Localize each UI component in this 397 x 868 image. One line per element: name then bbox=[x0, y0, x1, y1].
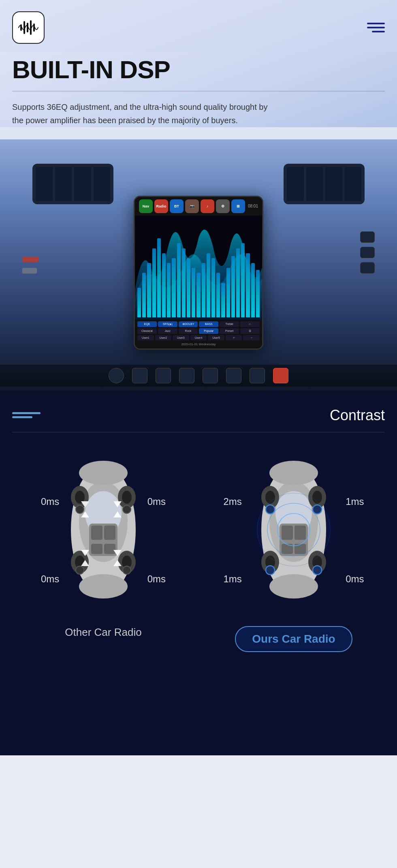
screen-date: 2020-01-01 Wednesday bbox=[137, 342, 260, 347]
svg-point-58 bbox=[266, 505, 275, 514]
svg-point-45 bbox=[269, 461, 318, 485]
header bbox=[0, 0, 397, 52]
ours-car-svg bbox=[249, 449, 338, 611]
svg-point-61 bbox=[313, 566, 322, 575]
other-timing-bot-right: 0ms bbox=[147, 573, 166, 585]
apps-icon: ⊞ bbox=[231, 199, 245, 213]
other-car-label: Other Car Radio bbox=[65, 626, 141, 639]
cam-icon: 📷 bbox=[185, 199, 199, 213]
contrast-header: Contrast bbox=[12, 407, 385, 424]
eq-display bbox=[135, 216, 262, 320]
music-icon: ♪ bbox=[201, 199, 214, 213]
svg-point-34 bbox=[123, 566, 131, 574]
car-image-section: Nav Radio BT 📷 ♪ ⚙ ⊞ 08:01 bbox=[0, 139, 397, 391]
svg-point-14 bbox=[79, 574, 128, 599]
page-title: BUILT-IN DSP bbox=[12, 56, 385, 83]
hero-section: BUILT-IN DSP Supports 36EQ adjustment, a… bbox=[0, 52, 397, 127]
svg-point-60 bbox=[266, 566, 275, 575]
logo bbox=[12, 11, 45, 44]
bt-icon: BT bbox=[170, 199, 184, 213]
svg-rect-42 bbox=[295, 526, 306, 540]
settings-icon: ⚙ bbox=[216, 199, 230, 213]
other-timing-top-left: 0ms bbox=[41, 496, 59, 507]
svg-point-59 bbox=[313, 505, 322, 514]
logo-icon bbox=[18, 17, 39, 38]
ours-car-side: 2ms 1ms 1ms 0ms bbox=[203, 449, 385, 652]
contrast-icon bbox=[12, 412, 41, 418]
ours-timing-top-right: 1ms bbox=[346, 496, 364, 507]
screen-app-icons: Nav Radio BT 📷 ♪ ⚙ ⊞ bbox=[139, 199, 245, 213]
svg-point-31 bbox=[76, 505, 84, 513]
other-timing-top-right: 0ms bbox=[147, 496, 166, 507]
hero-divider bbox=[12, 91, 385, 92]
ours-timing-bot-left: 1ms bbox=[223, 573, 241, 585]
ours-car-label: Ours Car Radio bbox=[235, 626, 352, 652]
svg-rect-41 bbox=[282, 526, 293, 540]
car-screen: Nav Radio BT 📷 ♪ ⚙ ⊞ 08:01 bbox=[134, 196, 263, 350]
contrast-section: Contrast 0ms 0ms 0ms 0ms bbox=[0, 391, 397, 755]
svg-rect-10 bbox=[104, 526, 115, 540]
other-car-svg bbox=[59, 449, 148, 611]
radio-icon: Radio bbox=[154, 199, 168, 213]
car-comparison: 0ms 0ms 0ms 0ms bbox=[12, 449, 385, 652]
svg-point-13 bbox=[79, 461, 128, 485]
screen-controls: EQE SRS(◈) ⊕DOLBY BASS Treble ↔ Classica… bbox=[135, 320, 262, 348]
contrast-divider bbox=[12, 432, 385, 432]
nav-icon: Nav bbox=[139, 199, 153, 213]
other-timing-bot-left: 0ms bbox=[41, 573, 59, 585]
svg-point-33 bbox=[76, 566, 84, 574]
svg-point-46 bbox=[269, 574, 318, 599]
svg-rect-12 bbox=[104, 544, 115, 554]
contrast-title: Contrast bbox=[330, 407, 385, 424]
svg-point-20 bbox=[122, 491, 132, 504]
ours-timing-bot-right: 0ms bbox=[346, 573, 364, 585]
screen-time: 08:01 bbox=[248, 204, 258, 208]
other-car-side: 0ms 0ms 0ms 0ms bbox=[12, 449, 194, 652]
svg-point-32 bbox=[123, 505, 131, 513]
svg-rect-11 bbox=[91, 544, 102, 554]
ours-timing-top-left: 2ms bbox=[223, 496, 241, 507]
menu-button[interactable] bbox=[367, 23, 385, 32]
ours-car-view: 2ms 1ms 1ms 0ms bbox=[237, 449, 350, 619]
other-car-view: 0ms 0ms 0ms 0ms bbox=[47, 449, 160, 619]
hero-description: Supports 36EQ adjustment, and the ultra-… bbox=[12, 100, 280, 127]
svg-rect-9 bbox=[91, 526, 102, 540]
